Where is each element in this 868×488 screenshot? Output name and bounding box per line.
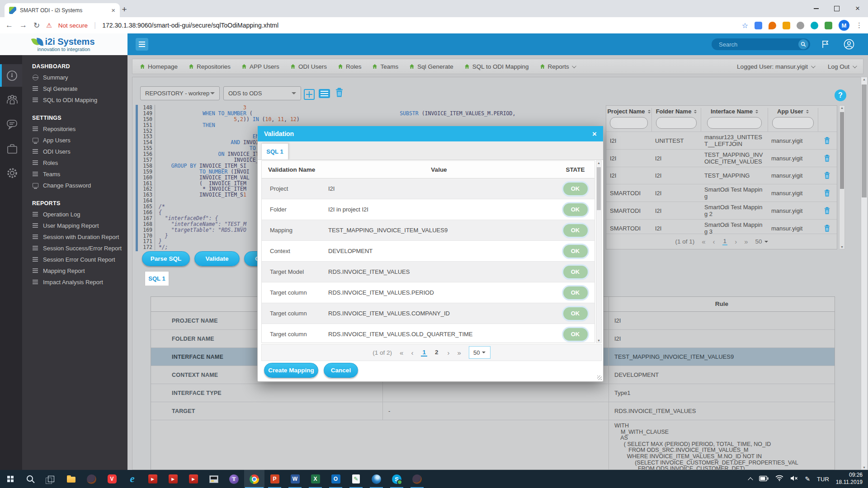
battery-icon[interactable] <box>759 475 769 483</box>
sidebar-item[interactable]: Session Success/Error Report <box>22 243 127 254</box>
close-icon[interactable]: × <box>592 130 597 138</box>
Context[interactable]: Context DEVELOPMENT OK <box>262 241 594 262</box>
table-row[interactable]: I2I I2I TEST_MAPPING_INVOICE_ITEM_VALUES… <box>606 149 837 167</box>
extension-icon-green[interactable] <box>825 22 832 29</box>
extension-icon-ublock[interactable] <box>769 22 776 29</box>
status-badge-ok[interactable]: OK <box>563 245 588 258</box>
sidebar-item[interactable]: Repositories <box>22 123 127 135</box>
delete-row-button[interactable] <box>818 155 836 162</box>
help-button[interactable]: ? <box>835 89 846 101</box>
nav-item[interactable]: Teams <box>372 63 398 70</box>
tray-expand-icon[interactable] <box>748 477 753 482</box>
status-badge-ok[interactable]: OK <box>563 286 588 299</box>
nav-item[interactable]: Reports <box>540 63 575 70</box>
pagination-first-button[interactable]: « <box>400 349 403 357</box>
word-icon[interactable]: W <box>285 470 305 488</box>
pen-icon[interactable]: ✎ <box>805 475 810 483</box>
extension-icon-teal[interactable] <box>811 22 818 29</box>
filter-input-appuser[interactable] <box>772 117 814 129</box>
window-maximize-button[interactable] <box>826 0 847 17</box>
nav-item[interactable]: Roles <box>338 63 362 70</box>
sidebar-item[interactable]: Impact Analysis Report <box>22 277 127 288</box>
app-dark-circle-icon[interactable] <box>81 470 102 488</box>
back-icon[interactable]: ← <box>5 21 13 30</box>
logout-menu[interactable]: Log Out <box>828 63 856 70</box>
profile-avatar[interactable]: M <box>839 20 849 31</box>
validation-table-scrollbar[interactable] <box>596 160 602 343</box>
app-red-arrow-icon-3[interactable]: ▸ <box>183 470 203 488</box>
not-secure-warning-icon[interactable]: ⚠ <box>46 22 52 29</box>
page-size-select[interactable]: 50 <box>755 238 768 245</box>
tab-close-icon[interactable]: × <box>111 7 115 14</box>
window-minimize-button[interactable] <box>806 0 826 17</box>
sidebar-item[interactable]: Teams <box>22 169 127 180</box>
sidebar-item[interactable]: App Users <box>22 135 127 146</box>
notes-icon[interactable]: ✎ <box>346 470 366 488</box>
repository-select[interactable]: REPOSITORY - workrep <box>140 86 220 100</box>
rail-messages-icon[interactable] <box>0 113 22 136</box>
page-size-select[interactable]: 50 <box>469 346 491 359</box>
pagination-page-button[interactable]: 2 <box>434 349 440 357</box>
tab-sql-1[interactable]: SQL 1 <box>145 271 169 286</box>
nav-item[interactable]: ODI Users <box>290 63 327 70</box>
new-tab-button[interactable]: + <box>118 5 130 14</box>
status-badge-ok[interactable]: OK <box>563 183 588 195</box>
reload-icon[interactable]: ↻ <box>33 21 40 30</box>
rail-users-icon[interactable] <box>0 89 22 111</box>
rail-projects-icon[interactable] <box>0 137 22 160</box>
delete-row-button[interactable] <box>818 207 836 215</box>
skype-icon[interactable]: S <box>387 470 407 488</box>
outlook-icon[interactable]: O <box>326 470 346 488</box>
table-row[interactable]: INTERFACE TYPE Type1 <box>151 384 835 402</box>
user-account-icon[interactable] <box>844 39 854 52</box>
cancel-button[interactable]: Cancel <box>324 363 358 378</box>
table-row[interactable]: I2I UNITTEST mansur123_UNITTEST__LEFTJOI… <box>606 131 837 149</box>
sidebar-item[interactable]: SETTINGS <box>22 111 127 123</box>
pagination-last-button[interactable]: » <box>457 349 461 357</box>
app-dark-circle-icon-2[interactable] <box>407 470 427 488</box>
app-red-arrow-icon-2[interactable]: ▸ <box>163 470 183 488</box>
page-scrollbar[interactable] <box>861 77 868 470</box>
nav-item[interactable]: SQL to ODI Mapping <box>464 63 529 70</box>
internet-explorer-icon[interactable]: e <box>122 470 142 488</box>
sidebar-item[interactable]: Roles <box>22 157 127 169</box>
search-icon[interactable] <box>20 470 41 488</box>
extension-icon-translate[interactable] <box>755 22 762 29</box>
status-badge-ok[interactable]: OK <box>563 266 588 278</box>
bookmark-star-icon[interactable]: ☆ <box>742 21 748 30</box>
search-icon[interactable] <box>798 39 808 49</box>
dialog-titlebar[interactable]: Validation × <box>258 126 603 141</box>
sidebar-item[interactable]: Summary <box>22 72 127 83</box>
app-blue-swirl-icon[interactable] <box>366 470 387 488</box>
Target Model[interactable]: Target Model RDS.INVOICE_ITEM_VALUES OK <box>262 262 594 282</box>
app-logo[interactable]: i2i Systems innovation to integration <box>0 33 127 55</box>
rail-dashboard-icon[interactable] <box>0 64 22 87</box>
status-badge-ok[interactable]: OK <box>563 203 588 216</box>
filter-input-folder[interactable] <box>656 117 697 129</box>
rail-settings-icon[interactable] <box>0 162 22 184</box>
logged-user-menu[interactable]: Logged User: mansur.yigit <box>737 63 814 70</box>
language-indicator[interactable]: TUR <box>817 476 829 483</box>
tab-sql-1[interactable]: SQL 1 <box>261 143 288 160</box>
sidebar-item[interactable]: SQL to ODI Mapping <box>22 94 127 106</box>
scrollbar-thumb[interactable] <box>840 112 844 189</box>
powerpoint-icon[interactable]: P <box>264 470 285 488</box>
status-badge-ok[interactable]: OK <box>563 328 588 341</box>
browser-tab[interactable]: SMART ODI - i2i Systems × <box>5 3 120 17</box>
Target column[interactable]: Target column RDS.INVOICE_ITEM_VALUES.PE… <box>262 282 594 303</box>
sidebar-item[interactable]: User Mapping Report <box>22 220 127 231</box>
nav-item[interactable]: APP Users <box>241 63 279 70</box>
volume-muted-icon[interactable] <box>790 475 798 483</box>
parse-sql-button[interactable]: Parse SQL <box>142 251 190 266</box>
sidebar-item[interactable]: Sql Generate <box>22 83 127 94</box>
pagination-prev-button[interactable]: ‹ <box>713 238 715 245</box>
url-text[interactable]: 172.30.1.38:9060/smart-odi-gui/secure/sq… <box>102 22 735 29</box>
add-icon[interactable] <box>304 89 315 100</box>
search-input[interactable] <box>718 41 783 48</box>
nav-item[interactable]: Repositories <box>189 63 231 70</box>
delete-row-button[interactable] <box>818 137 836 145</box>
sidebar-item[interactable]: REPORTS <box>22 197 127 209</box>
chrome-icon[interactable] <box>244 470 264 488</box>
pagination-first-button[interactable]: « <box>702 238 705 245</box>
status-badge-ok[interactable]: OK <box>563 224 588 237</box>
